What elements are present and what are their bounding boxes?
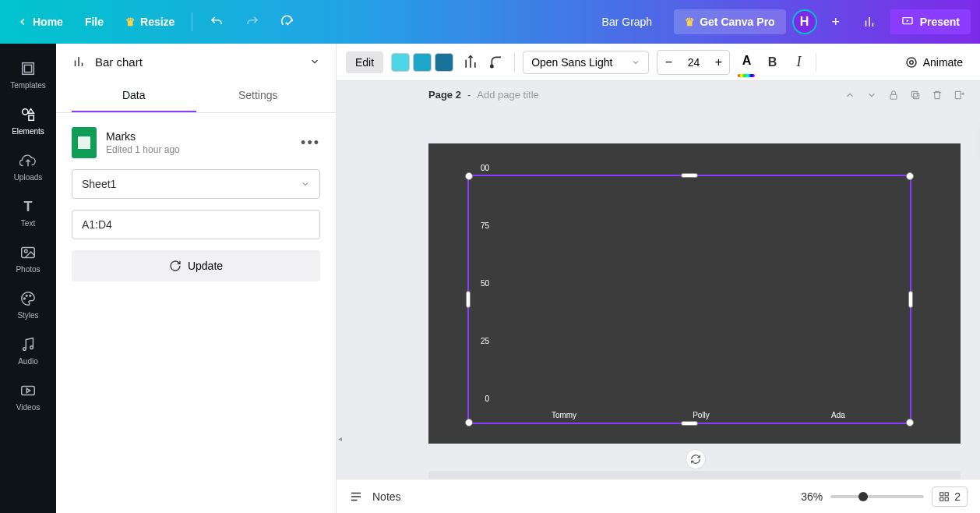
decrease-size-button[interactable]: − — [657, 51, 679, 74]
google-sheets-icon — [72, 127, 97, 158]
rail-text[interactable]: TText — [0, 189, 56, 235]
undo-icon — [210, 15, 224, 29]
rail-photos[interactable]: Photos — [0, 235, 56, 281]
insights-button[interactable] — [855, 10, 884, 34]
page-canvas[interactable]: 025507500 TommyPollyAda — [428, 143, 961, 444]
top-bar: Home File ♛ Resize Bar Graph ♛ Get Canva… — [0, 0, 980, 44]
animate-button[interactable]: Animate — [897, 51, 971, 74]
page-title-input[interactable]: Add page title — [477, 89, 539, 101]
page-indicator[interactable]: 2 — [932, 486, 968, 507]
rail-styles[interactable]: Styles — [0, 281, 56, 327]
rail-uploads[interactable]: Uploads — [0, 143, 56, 189]
font-size-value[interactable]: 24 — [679, 56, 707, 69]
range-input[interactable]: A1:D4 — [72, 210, 320, 239]
present-button[interactable]: Present — [890, 9, 971, 34]
spacing-button[interactable] — [461, 53, 480, 72]
get-pro-button[interactable]: ♛ Get Canva Pro — [674, 9, 785, 34]
svg-marker-9 — [28, 109, 33, 114]
linked-file-row: Marks Edited 1 hour ago ••• — [72, 127, 320, 158]
document-title[interactable]: Bar Graph — [311, 16, 668, 28]
redo-icon — [245, 15, 259, 29]
svg-rect-40 — [940, 492, 943, 495]
rail-videos[interactable]: Videos — [0, 373, 56, 419]
rail-audio[interactable]: Audio — [0, 327, 56, 373]
home-button[interactable]: Home — [9, 11, 71, 33]
avatar[interactable]: H — [792, 9, 817, 34]
zoom-value[interactable]: 36% — [801, 490, 823, 503]
chevron-left-icon — [17, 16, 28, 27]
cloud-upload-icon — [19, 151, 37, 170]
rail-elements[interactable]: Elements — [0, 97, 56, 143]
zoom-slider[interactable] — [830, 495, 924, 498]
palette-icon — [19, 289, 37, 308]
file-edited: Edited 1 hour ago — [106, 144, 180, 155]
redo-button[interactable] — [238, 10, 267, 34]
elements-icon — [19, 105, 37, 124]
templates-icon — [19, 59, 37, 78]
y-axis: 025507500 — [469, 176, 492, 407]
update-button[interactable]: Update — [72, 250, 320, 281]
y-tick-label: 75 — [481, 221, 489, 230]
svg-rect-8 — [29, 115, 33, 120]
file-button[interactable]: File — [77, 11, 111, 33]
chart-plot — [495, 179, 907, 404]
swatch-1[interactable] — [391, 53, 410, 72]
notes-button[interactable]: Notes — [372, 490, 401, 503]
y-tick-label: 25 — [481, 337, 489, 345]
cloud-sync-button[interactable] — [273, 9, 305, 34]
bar-chart-icon — [862, 15, 876, 29]
file-name: Marks — [106, 130, 180, 143]
add-page-button[interactable] — [954, 90, 964, 101]
add-page-bar[interactable]: + Add page — [428, 471, 961, 479]
font-dropdown[interactable]: Open Sans Light — [523, 51, 649, 74]
refresh-icon — [169, 260, 182, 272]
add-member-button[interactable]: + — [823, 9, 848, 34]
text-color-button[interactable]: A — [738, 54, 755, 71]
sync-badge[interactable] — [686, 449, 706, 469]
bold-button[interactable]: B — [763, 53, 781, 72]
swatch-2[interactable] — [413, 53, 432, 72]
workspace[interactable]: Page 2 - Add page title ••• — [337, 81, 980, 479]
bar-chart: 025507500 TommyPollyAda — [469, 176, 910, 423]
text-icon: T — [19, 197, 37, 216]
music-icon — [19, 335, 37, 354]
page-down-button[interactable] — [866, 90, 877, 101]
y-tick-label: 00 — [481, 164, 489, 172]
svg-marker-19 — [26, 388, 30, 393]
side-panel: Bar chart Data Settings Marks Edited 1 h… — [56, 44, 337, 513]
undo-button[interactable] — [202, 10, 231, 34]
svg-rect-11 — [22, 248, 35, 258]
file-menu-button[interactable]: ••• — [301, 135, 320, 151]
crown-icon: ♛ — [685, 16, 695, 28]
scroll-left-arrow[interactable]: ◂ — [338, 434, 342, 443]
duplicate-page-button[interactable] — [910, 90, 921, 101]
lock-button[interactable] — [888, 90, 899, 101]
chart-selection[interactable]: 025507500 TommyPollyAda — [467, 175, 911, 424]
resize-button[interactable]: ♛ Resize — [118, 11, 182, 33]
svg-point-12 — [24, 249, 27, 253]
italic-button[interactable]: I — [789, 53, 808, 72]
svg-point-17 — [30, 346, 33, 349]
chart-type-header[interactable]: Bar chart — [56, 44, 336, 80]
sheet-select[interactable]: Sheet1 — [72, 169, 320, 199]
x-tick-label: Polly — [633, 411, 770, 419]
page-tools — [844, 90, 964, 101]
rounded-button[interactable] — [488, 53, 506, 72]
animate-icon — [904, 55, 918, 69]
delete-page-button[interactable] — [932, 90, 943, 101]
y-tick-label: 0 — [485, 394, 489, 403]
zoom-knob[interactable] — [858, 492, 868, 501]
cloud-check-icon — [281, 14, 297, 30]
edit-button[interactable]: Edit — [346, 51, 383, 73]
crown-icon: ♛ — [125, 16, 136, 28]
svg-rect-41 — [945, 492, 948, 495]
increase-size-button[interactable]: + — [707, 51, 729, 74]
svg-point-26 — [491, 65, 493, 67]
tab-settings[interactable]: Settings — [196, 80, 321, 112]
bar-chart-icon — [72, 55, 86, 69]
rail-templates[interactable]: Templates — [0, 51, 56, 97]
tab-data[interactable]: Data — [72, 80, 196, 112]
page-up-button[interactable] — [844, 90, 855, 101]
swatch-3[interactable] — [435, 53, 453, 72]
x-axis: TommyPollyAda — [495, 411, 907, 419]
